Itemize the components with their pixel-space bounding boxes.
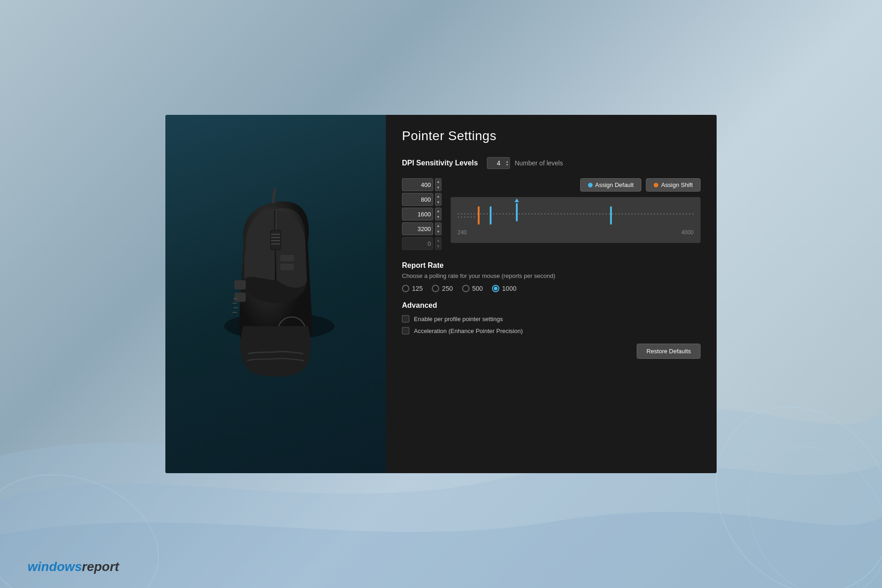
assign-default-label: Assign Default xyxy=(595,181,634,188)
svg-rect-13 xyxy=(280,255,294,261)
assign-default-icon xyxy=(588,183,593,187)
dpi-input-3[interactable]: 1600 xyxy=(402,208,433,220)
watermark-report: report xyxy=(82,560,119,574)
radio-option-500[interactable]: 500 xyxy=(462,285,483,292)
dpi-level-row-5: 0 ▲ ▼ xyxy=(402,237,441,250)
dpi-input-4[interactable]: 3200 xyxy=(402,222,433,235)
left-panel: G xyxy=(165,115,386,473)
dpi-spin-down-1[interactable]: ▼ xyxy=(435,185,441,191)
radio-label-500: 500 xyxy=(472,285,483,292)
dpi-level-row-2: 800 ▲ ▼ xyxy=(402,193,441,206)
right-panel: Pointer Settings DPI Sensitivity Levels … xyxy=(386,115,717,473)
checkbox-label-2: Acceleration (Enhance Pointer Precision) xyxy=(414,328,523,334)
radio-circle-250[interactable] xyxy=(432,285,439,292)
advanced-section: Advanced Enable per profile pointer sett… xyxy=(402,301,701,359)
dpi-chart-labels: 240 4000 xyxy=(458,229,694,236)
restore-defaults-button[interactable]: Restore Defaults xyxy=(637,344,701,359)
dpi-marker-shift[interactable] xyxy=(478,206,480,225)
checkbox-2[interactable] xyxy=(402,327,409,334)
radio-circle-1000[interactable] xyxy=(492,285,499,292)
svg-point-1 xyxy=(721,422,882,588)
dpi-section-label: DPI Sensitivity Levels xyxy=(402,159,478,167)
svg-rect-14 xyxy=(280,264,294,270)
report-rate-label: Report Rate xyxy=(402,261,444,269)
report-rate-radio-group: 125 250 500 1000 xyxy=(402,285,701,292)
num-levels-label: Number of levels xyxy=(514,159,563,167)
dpi-spin-up-1[interactable]: ▲ xyxy=(435,179,441,185)
svg-rect-6 xyxy=(271,231,280,249)
num-levels-input[interactable]: 4 ▲ ▼ xyxy=(487,157,510,169)
radio-option-250[interactable]: 250 xyxy=(432,285,452,292)
watermark: windowsreport xyxy=(28,560,119,574)
checkbox-row-2[interactable]: Acceleration (Enhance Pointer Precision) xyxy=(402,327,701,334)
dpi-section-header: DPI Sensitivity Levels 4 ▲ ▼ Number of l… xyxy=(402,157,701,169)
dpi-spin-up-5[interactable]: ▲ xyxy=(435,237,441,243)
dpi-spinners-2[interactable]: ▲ ▼ xyxy=(435,193,441,206)
dpi-marker-default-1[interactable] xyxy=(490,206,492,225)
dpi-slider-track[interactable] xyxy=(458,204,694,227)
assign-shift-button[interactable]: Assign Shift xyxy=(646,178,701,192)
radio-circle-125[interactable] xyxy=(402,285,409,292)
dpi-spin-down-2[interactable]: ▼ xyxy=(435,199,441,205)
num-levels-group: 4 ▲ ▼ Number of levels xyxy=(487,157,563,169)
dpi-chart: 240 4000 xyxy=(451,197,701,243)
dpi-level-row-1: 400 ▲ ▼ xyxy=(402,178,441,191)
radio-circle-500[interactable] xyxy=(462,285,469,292)
dpi-marker-default-3[interactable] xyxy=(610,206,612,225)
radio-label-1000: 1000 xyxy=(502,285,516,292)
dpi-spinners-1[interactable]: ▲ ▼ xyxy=(435,178,441,191)
assign-default-button[interactable]: Assign Default xyxy=(580,178,642,192)
watermark-windows: windows xyxy=(28,560,82,574)
dpi-min-label: 240 xyxy=(458,229,467,236)
panel-title: Pointer Settings xyxy=(402,129,701,143)
dpi-levels-col: 400 ▲ ▼ 800 ▲ ▼ 1600 xyxy=(402,178,441,250)
advanced-label: Advanced xyxy=(402,301,437,309)
svg-rect-12 xyxy=(234,293,246,302)
assign-buttons-row: Assign Default Assign Shift xyxy=(451,178,701,192)
mouse-image: G xyxy=(202,188,349,400)
radio-label-125: 125 xyxy=(412,285,423,292)
dpi-spin-down-4[interactable]: ▼ xyxy=(435,229,441,235)
radio-label-250: 250 xyxy=(442,285,452,292)
checkbox-row-1[interactable]: Enable per profile pointer settings xyxy=(402,315,701,322)
report-rate-section: Report Rate Choose a polling rate for yo… xyxy=(402,261,701,292)
advanced-footer: Restore Defaults xyxy=(402,344,701,359)
checkbox-label-1: Enable per profile pointer settings xyxy=(414,316,503,322)
radio-option-125[interactable]: 125 xyxy=(402,285,423,292)
checkbox-1[interactable] xyxy=(402,315,409,322)
report-rate-description: Choose a polling rate for your mouse (re… xyxy=(402,272,701,279)
dpi-spin-up-2[interactable]: ▲ xyxy=(435,193,441,199)
advanced-checkboxes: Enable per profile pointer settings Acce… xyxy=(402,315,701,334)
app-window: G Pointer Settings DPI Sensitivity Level… xyxy=(165,115,717,473)
dpi-spin-up-3[interactable]: ▲ xyxy=(435,208,441,214)
dpi-spin-down-5[interactable]: ▼ xyxy=(435,243,441,249)
dpi-marker-default-2[interactable] xyxy=(514,198,519,221)
dpi-input-1[interactable]: 400 xyxy=(402,178,433,191)
dpi-spin-up-4[interactable]: ▲ xyxy=(435,223,441,229)
dpi-level-row-3: 1600 ▲ ▼ xyxy=(402,208,441,220)
dpi-level-row-4: 3200 ▲ ▼ xyxy=(402,222,441,235)
dpi-max-label: 4000 xyxy=(681,229,694,236)
svg-rect-11 xyxy=(234,280,246,289)
dpi-input-5[interactable]: 0 xyxy=(402,237,433,250)
radio-option-1000[interactable]: 1000 xyxy=(492,285,516,292)
dpi-spin-down-3[interactable]: ▼ xyxy=(435,214,441,220)
dpi-spinners-3[interactable]: ▲ ▼ xyxy=(435,208,441,220)
chart-area: Assign Default Assign Shift xyxy=(451,178,701,250)
assign-shift-icon xyxy=(654,183,658,187)
dpi-main-row: 400 ▲ ▼ 800 ▲ ▼ 1600 xyxy=(402,178,701,250)
dpi-spinners-4[interactable]: ▲ ▼ xyxy=(435,222,441,235)
dpi-spinners-5[interactable]: ▲ ▼ xyxy=(435,237,441,250)
dpi-input-2[interactable]: 800 xyxy=(402,193,433,206)
assign-shift-label: Assign Shift xyxy=(661,181,693,188)
